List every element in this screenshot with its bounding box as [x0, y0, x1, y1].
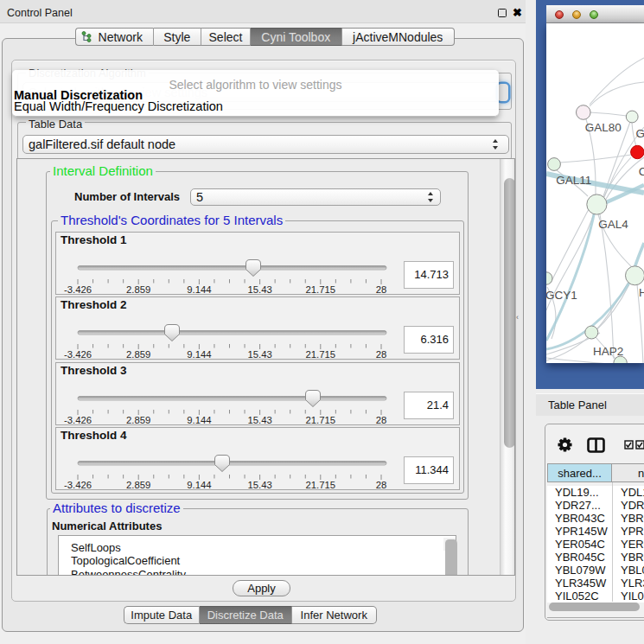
svg-text:9.144: 9.144 [187, 349, 211, 360]
svg-text:GA: GA [635, 127, 644, 140]
svg-text:-3.426: -3.426 [64, 415, 92, 425]
svg-text:HAP2: HAP2 [593, 345, 623, 358]
svg-text:C: C [639, 165, 644, 178]
svg-text:9.144: 9.144 [187, 480, 211, 490]
svg-text:H: H [639, 286, 644, 299]
svg-text:2.859: 2.859 [126, 415, 150, 425]
svg-text:9.144: 9.144 [187, 415, 211, 425]
svg-text:15.43: 15.43 [247, 480, 271, 490]
svg-text:GAL80: GAL80 [585, 121, 622, 134]
svg-text:GAL11: GAL11 [556, 174, 591, 187]
svg-text:28: 28 [376, 480, 387, 490]
svg-text:2.859: 2.859 [126, 480, 150, 490]
svg-text:21.715: 21.715 [306, 480, 336, 490]
svg-text:21.715: 21.715 [306, 349, 336, 360]
svg-text:28: 28 [376, 284, 387, 295]
svg-text:21.715: 21.715 [306, 284, 336, 295]
svg-text:9.144: 9.144 [187, 284, 211, 295]
svg-text:28: 28 [376, 415, 387, 425]
svg-text:GAL4: GAL4 [598, 218, 628, 231]
svg-text:15.43: 15.43 [247, 349, 271, 360]
svg-text:21.715: 21.715 [306, 415, 336, 425]
svg-text:-3.426: -3.426 [64, 349, 92, 360]
svg-text:15.43: 15.43 [247, 284, 271, 295]
svg-text:2.859: 2.859 [126, 284, 150, 295]
svg-text:2.859: 2.859 [126, 349, 150, 360]
svg-text:-3.426: -3.426 [64, 480, 92, 490]
svg-text:-3.426: -3.426 [64, 284, 92, 295]
svg-text:15.43: 15.43 [247, 415, 271, 425]
svg-text:28: 28 [376, 349, 387, 360]
svg-text:GCY1: GCY1 [546, 289, 577, 302]
